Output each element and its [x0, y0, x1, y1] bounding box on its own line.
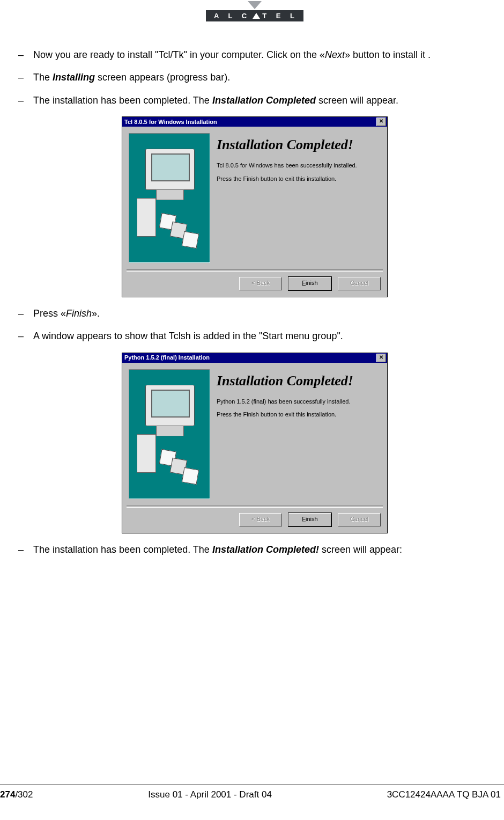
logo-bar: A L CT E L [206, 10, 303, 21]
triangle-down-icon [248, 1, 262, 9]
page-header: A L CT E L [16, 0, 493, 43]
triangle-up-icon [253, 13, 260, 19]
page-content: – Now you are ready to install "Tcl/Tk" … [16, 48, 493, 556]
installer-dialog: Tcl 8.0.5 for Windows Installation ✕ [122, 116, 388, 297]
back-button: < Back [239, 513, 282, 526]
bullet-dash: – [16, 307, 33, 320]
wizard-side-art [129, 133, 210, 263]
finish-button[interactable]: Finish [288, 513, 331, 526]
cancel-button: Cancel [338, 513, 381, 526]
list-item: – A window appears to show that Tclsh is… [16, 330, 493, 342]
bullet-text: Now you are ready to install "Tcl/Tk" in… [33, 48, 493, 61]
bullet-text: A window appears to show that Tclsh is a… [33, 330, 493, 342]
dialog-text: Press the Finish button to exit this ins… [217, 175, 381, 183]
screenshot-dialog-1: Tcl 8.0.5 for Windows Installation ✕ [16, 116, 493, 297]
list-item: – The Installing screen appears (progres… [16, 71, 493, 84]
dialog-heading: Installation Completed! [217, 371, 381, 390]
titlebar: Tcl 8.0.5 for Windows Installation ✕ [122, 117, 387, 127]
installer-dialog: Python 1.5.2 (final) Installation ✕ [122, 353, 388, 533]
close-icon[interactable]: ✕ [376, 118, 386, 126]
bullet-text: The installation has been completed. The… [33, 543, 493, 556]
cancel-button: Cancel [338, 277, 381, 290]
bullet-text: The Installing screen appears (progress … [33, 71, 493, 84]
bullet-dash: – [16, 71, 33, 84]
floppy-icon [182, 231, 199, 248]
finish-button[interactable]: Finish [288, 277, 331, 290]
bullet-text: Press «Finish». [33, 307, 493, 320]
screenshot-dialog-2: Python 1.5.2 (final) Installation ✕ [16, 353, 493, 533]
monitor-icon [145, 149, 195, 190]
titlebar-text: Tcl 8.0.5 for Windows Installation [123, 118, 376, 126]
titlebar-text: Python 1.5.2 (final) Installation [123, 354, 376, 362]
wizard-side-art [129, 369, 210, 499]
alcatel-logo: A L CT E L [206, 1, 303, 21]
back-button: < Back [239, 277, 282, 290]
list-item: – The installation has been completed. T… [16, 94, 493, 107]
bullet-dash: – [16, 94, 33, 107]
list-item: – The installation has been completed. T… [16, 543, 493, 556]
list-item: – Press «Finish». [16, 307, 493, 320]
close-icon[interactable]: ✕ [376, 354, 386, 362]
bullet-dash: – [16, 330, 33, 342]
dialog-text: Python 1.5.2 (final) has been successful… [217, 398, 381, 406]
page-footer: 274/302 Issue 01 - April 2001 - Draft 04… [0, 785, 504, 802]
footer-center: Issue 01 - April 2001 - Draft 04 [148, 789, 272, 800]
monitor-icon [145, 385, 195, 426]
list-item: – Now you are ready to install "Tcl/Tk" … [16, 48, 493, 61]
dialog-text: Press the Finish button to exit this ins… [217, 411, 381, 419]
footer-docref: 3CC12424AAAA TQ BJA 01 [387, 789, 501, 800]
dialog-text: Tcl 8.0.5 for Windows has been successfu… [217, 162, 381, 170]
bullet-dash: – [16, 48, 33, 61]
page-number: 274/302 [0, 789, 33, 800]
floppy-icon [182, 467, 199, 484]
titlebar: Python 1.5.2 (final) Installation ✕ [122, 353, 387, 363]
dialog-heading: Installation Completed! [217, 135, 381, 154]
bullet-dash: – [16, 543, 33, 556]
bullet-text: The installation has been completed. The… [33, 94, 493, 107]
